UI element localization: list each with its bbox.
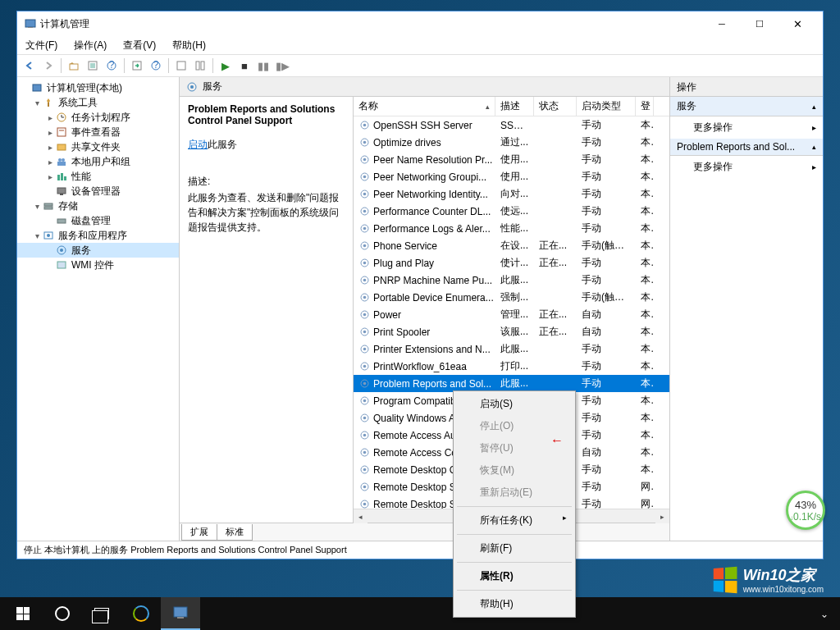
service-row[interactable]: Peer Networking Groupi...使用...手动本 — [354, 168, 669, 185]
tray-chevron-icon[interactable]: ⌃ — [820, 608, 829, 619]
tab-standard[interactable]: 标准 — [217, 524, 253, 541]
gear-icon — [358, 447, 370, 459]
svg-rect-14 — [201, 62, 204, 70]
stop-button[interactable]: ■ — [235, 57, 253, 75]
minimize-button[interactable]: ─ — [703, 11, 741, 36]
tree-storage[interactable]: ▾存储 — [17, 199, 179, 213]
scroll-left-icon[interactable]: ◂ — [354, 509, 368, 523]
view2-button[interactable] — [191, 57, 209, 75]
forward-button[interactable] — [39, 57, 57, 75]
service-row[interactable]: OpenSSH SSH ServerSSH ...手动本 — [354, 116, 669, 134]
gear-icon — [358, 154, 370, 166]
svg-point-84 — [363, 486, 366, 489]
col-name[interactable]: 名称▴ — [354, 97, 495, 116]
col-desc[interactable]: 描述 — [495, 97, 534, 116]
tree-task-scheduler[interactable]: ▸任务计划程序 — [17, 110, 179, 125]
network-meter[interactable]: 43% ↓0.1K/s — [786, 491, 825, 530]
tree-shared-folders[interactable]: ▸共享文件夹 — [17, 139, 179, 154]
close-button[interactable]: ✕ — [778, 11, 816, 36]
edge-taskbar-icon[interactable] — [121, 597, 161, 630]
tree-root[interactable]: 计算机管理(本地) — [17, 80, 179, 95]
up-button[interactable] — [65, 57, 83, 75]
back-button[interactable] — [21, 57, 39, 75]
menu-help[interactable]: 帮助(H) — [169, 37, 209, 54]
menu-view[interactable]: 查看(V) — [120, 37, 159, 54]
scroll-right-icon[interactable]: ▸ — [655, 509, 669, 523]
action-group-services[interactable]: 服务▴ — [670, 97, 823, 116]
tree-wmi[interactable]: WMI 控件 — [17, 258, 179, 272]
service-row[interactable]: PNRP Machine Name Pu...此服...手动本 — [354, 272, 669, 289]
maximize-button[interactable]: ☐ — [741, 11, 778, 36]
tree-services[interactable]: 服务 — [17, 243, 179, 258]
cortana-button[interactable] — [43, 597, 82, 630]
titlebar[interactable]: 计算机管理 ─ ☐ ✕ — [17, 11, 823, 36]
submenu-arrow-icon: ▸ — [812, 123, 816, 132]
tree-event-viewer[interactable]: ▸事件查看器 — [17, 125, 179, 139]
restart-button[interactable]: ▮▶ — [273, 57, 291, 75]
pause-button[interactable]: ▮▮ — [254, 57, 272, 75]
action-more-2[interactable]: 更多操作▸ — [670, 156, 823, 178]
svg-point-56 — [363, 244, 366, 248]
tree-system-tools[interactable]: ▾系统工具 — [17, 95, 179, 110]
watermark-title: Win10之家 — [743, 565, 824, 585]
tab-extended[interactable]: 扩展 — [181, 524, 217, 541]
window-title: 计算机管理 — [37, 17, 703, 31]
gear-icon — [358, 240, 370, 252]
service-row[interactable]: Peer Name Resolution Pr...使用...手动本 — [354, 151, 669, 168]
col-state[interactable]: 状态 — [534, 97, 577, 116]
collapse-up-icon: ▴ — [812, 103, 816, 111]
ctx-properties[interactable]: 属性(R) — [455, 565, 573, 587]
service-row[interactable]: Print Spooler该服...正在...自动本 — [354, 323, 669, 340]
action-group-selected[interactable]: Problem Reports and Sol...▴ — [670, 139, 823, 156]
list-header[interactable]: 名称▴ 描述 状态 启动类型 登 — [354, 97, 669, 116]
svg-point-74 — [363, 399, 366, 403]
taskview-button[interactable] — [82, 597, 121, 630]
play-button[interactable]: ▶ — [217, 57, 235, 75]
tabs: 扩展 标准 — [180, 523, 669, 541]
windows-logo-icon — [713, 566, 737, 593]
service-row[interactable]: Problem Reports and Sol...此服...手动本 — [354, 375, 669, 392]
details-button[interactable] — [84, 57, 102, 75]
ctx-help[interactable]: 帮助(H) — [455, 593, 573, 615]
action-more-1[interactable]: 更多操作▸ — [670, 116, 823, 139]
svg-point-62 — [363, 296, 366, 299]
ctx-refresh[interactable]: 刷新(F) — [455, 537, 573, 559]
start-button[interactable] — [3, 597, 43, 630]
col-startup[interactable]: 启动类型 — [577, 97, 636, 116]
service-row[interactable]: Phone Service在设...正在...手动(触发...本 — [354, 237, 669, 254]
svg-point-40 — [190, 85, 194, 89]
gear-icon — [358, 326, 370, 338]
help-button[interactable]: ? — [147, 57, 165, 75]
gear-icon — [358, 482, 370, 493]
start-link[interactable]: 启动 — [188, 139, 208, 150]
service-row[interactable]: Plug and Play使计...正在...手动本 — [354, 254, 669, 272]
ctx-all-tasks[interactable]: 所有任务(K)▸ — [455, 509, 573, 532]
col-logon[interactable]: 登 — [636, 97, 654, 116]
filter-button[interactable]: ? — [103, 57, 121, 75]
taskbar[interactable]: ⌃ — [0, 597, 840, 630]
view1-button[interactable] — [172, 57, 190, 75]
tree-pane[interactable]: 计算机管理(本地) ▾系统工具 ▸任务计划程序 ▸事件查看器 ▸共享文件夹 ▸本… — [17, 77, 180, 541]
svg-rect-2 — [70, 64, 78, 70]
ctx-start[interactable]: 启动(S) — [455, 393, 573, 415]
svg-point-64 — [363, 313, 366, 317]
export-button[interactable] — [128, 57, 146, 75]
tree-local-users[interactable]: ▸本地用户和组 — [17, 154, 179, 169]
service-row[interactable]: Performance Counter DL...使远...手动本 — [354, 203, 669, 220]
service-row[interactable]: Printer Extensions and N...此服...手动本 — [354, 340, 669, 358]
tree-services-apps[interactable]: ▾服务和应用程序 — [17, 228, 179, 243]
menu-action[interactable]: 操作(A) — [71, 37, 110, 54]
mmc-taskbar-icon[interactable] — [161, 597, 200, 630]
gear-icon — [358, 171, 370, 183]
tree-disk-mgmt[interactable]: 磁盘管理 — [17, 213, 179, 228]
service-row[interactable]: Power管理...正在...自动本 — [354, 306, 669, 323]
service-row[interactable]: Peer Networking Identity...向对...手动本 — [354, 185, 669, 203]
tree-performance[interactable]: ▸性能 — [17, 169, 179, 184]
service-row[interactable]: PrintWorkflow_61eaa打印...手动本 — [354, 358, 669, 375]
svg-rect-28 — [64, 176, 66, 180]
service-row[interactable]: Optimize drives通过...手动本 — [354, 134, 669, 151]
tree-device-mgr[interactable]: 设备管理器 — [17, 184, 179, 199]
service-row[interactable]: Portable Device Enumera...强制...手动(触发...本 — [354, 289, 669, 306]
service-row[interactable]: Performance Logs & Aler...性能...手动本 — [354, 220, 669, 237]
menu-file[interactable]: 文件(F) — [22, 37, 61, 54]
